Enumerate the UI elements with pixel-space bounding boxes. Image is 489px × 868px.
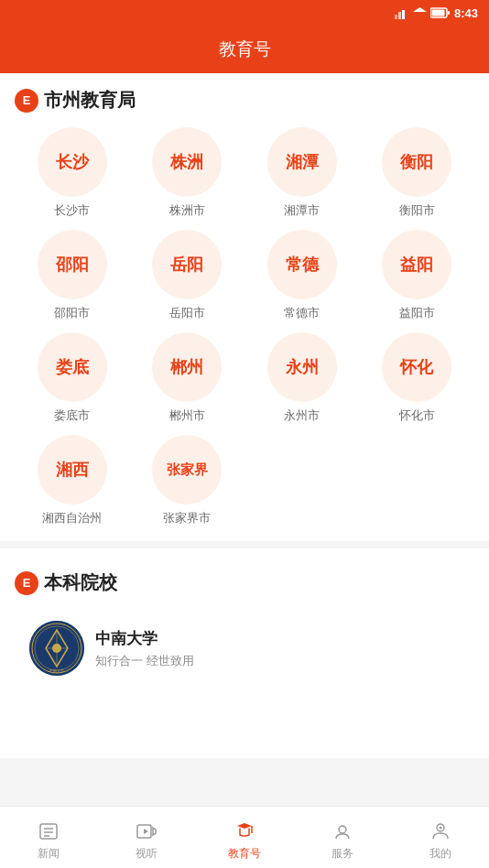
city-label-yueyang: 岳阳市 bbox=[169, 305, 205, 321]
battery-icon bbox=[430, 7, 451, 18]
signal-icon bbox=[395, 7, 409, 19]
svg-marker-3 bbox=[413, 7, 427, 12]
svg-rect-6 bbox=[448, 11, 450, 15]
city-circle-loudi: 娄底 bbox=[38, 332, 107, 402]
city-circle-changsha: 长沙 bbox=[38, 127, 107, 197]
nav-label-video: 视听 bbox=[136, 846, 158, 862]
city-circle-zhuzhou: 株洲 bbox=[152, 127, 222, 197]
wifi-icon bbox=[413, 7, 427, 18]
csu-logo: 中南大学 bbox=[29, 621, 84, 676]
city-label-yongzhou: 永州市 bbox=[284, 407, 320, 424]
city-item-yongzhou[interactable]: 永州 永州市 bbox=[248, 332, 356, 424]
city-circle-yueyang: 岳阳 bbox=[152, 230, 222, 299]
city-item-xiangxi[interactable]: 湘西 湘西自治州 bbox=[18, 435, 126, 526]
city-item-changde[interactable]: 常德 常德市 bbox=[248, 230, 356, 321]
city-item-changsha[interactable]: 长沙 长沙市 bbox=[18, 127, 126, 219]
nav-item-mine[interactable]: 我的 bbox=[391, 814, 489, 862]
city-item-huaihua[interactable]: 怀化 怀化市 bbox=[364, 332, 472, 424]
nav-label-mine: 我的 bbox=[429, 846, 451, 862]
csu-logo-svg: 中南大学 bbox=[29, 621, 84, 676]
city-circle-shaoyang: 邵阳 bbox=[38, 230, 107, 299]
city-circle-xiangxi: 湘西 bbox=[38, 435, 107, 505]
city-item-zhuzhou[interactable]: 株洲 株洲市 bbox=[134, 127, 242, 219]
city-circle-zhangjiajie: 张家界 bbox=[152, 435, 222, 505]
svg-point-25 bbox=[439, 826, 441, 829]
service-icon bbox=[331, 819, 354, 843]
section-divider bbox=[0, 541, 489, 548]
city-label-zhuzhou: 株洲市 bbox=[169, 202, 205, 219]
svg-marker-20 bbox=[153, 828, 156, 835]
nav-label-education: 教育号 bbox=[228, 846, 261, 862]
municipal-section-title: E 市州教育局 bbox=[15, 88, 474, 113]
city-label-changde: 常德市 bbox=[284, 305, 320, 321]
university-section: E 本科院校 中南大学 bbox=[0, 556, 489, 694]
app-header: 教育号 bbox=[0, 26, 489, 73]
municipal-icon: E bbox=[15, 89, 38, 113]
municipal-title-text: 市州教育局 bbox=[44, 88, 136, 113]
svg-rect-2 bbox=[402, 10, 405, 19]
svg-point-13 bbox=[52, 644, 61, 653]
city-item-yueyang[interactable]: 岳阳 岳阳市 bbox=[134, 230, 242, 321]
city-label-chenzhou: 郴州市 bbox=[169, 407, 205, 424]
city-circle-xiangtan: 湘潭 bbox=[267, 127, 337, 197]
city-label-yiyang: 益阳市 bbox=[399, 305, 435, 321]
nav-item-news[interactable]: 新闻 bbox=[0, 814, 98, 862]
time-display: 8:43 bbox=[454, 6, 478, 20]
main-content: E 市州教育局 长沙 长沙市 株洲 株洲市 湘潭 湘潭市 衡阳 衡阳市 bbox=[0, 73, 489, 758]
education-icon bbox=[233, 819, 256, 843]
city-circle-hengyang: 衡阳 bbox=[382, 127, 451, 197]
csu-name: 中南大学 bbox=[95, 628, 460, 649]
mine-icon bbox=[429, 819, 452, 843]
municipal-section: E 市州教育局 长沙 长沙市 株洲 株洲市 湘潭 湘潭市 衡阳 衡阳市 bbox=[0, 73, 489, 534]
city-label-hengyang: 衡阳市 bbox=[399, 202, 435, 219]
svg-text:中南大学: 中南大学 bbox=[49, 668, 64, 673]
nav-item-video[interactable]: 视听 bbox=[98, 814, 196, 862]
city-grid: 长沙 长沙市 株洲 株洲市 湘潭 湘潭市 衡阳 衡阳市 邵阳 邵阳市 岳阳 bbox=[15, 127, 474, 526]
svg-marker-21 bbox=[144, 829, 148, 834]
city-label-xiangtan: 湘潭市 bbox=[284, 202, 320, 219]
city-item-chenzhou[interactable]: 郴州 郴州市 bbox=[134, 332, 242, 424]
city-item-shaoyang[interactable]: 邵阳 邵阳市 bbox=[18, 230, 126, 321]
city-label-changsha: 长沙市 bbox=[54, 202, 90, 219]
city-item-xiangtan[interactable]: 湘潭 湘潭市 bbox=[248, 127, 356, 219]
svg-point-23 bbox=[339, 826, 346, 833]
city-item-zhangjiajie[interactable]: 张家界 张家界市 bbox=[134, 435, 242, 526]
nav-label-service: 服务 bbox=[331, 846, 353, 862]
csu-motto: 知行合一 经世致用 bbox=[95, 653, 460, 669]
university-section-title: E 本科院校 bbox=[15, 570, 474, 595]
city-item-loudi[interactable]: 娄底 娄底市 bbox=[18, 332, 126, 424]
status-icons: 8:43 bbox=[395, 6, 478, 20]
city-label-huaihua: 怀化市 bbox=[399, 407, 435, 424]
city-circle-huaihua: 怀化 bbox=[382, 332, 451, 402]
csu-info: 中南大学 知行合一 经世致用 bbox=[95, 628, 460, 669]
city-item-yiyang[interactable]: 益阳 益阳市 bbox=[364, 230, 472, 321]
city-circle-yiyang: 益阳 bbox=[382, 230, 451, 299]
news-icon bbox=[37, 819, 60, 843]
city-circle-yongzhou: 永州 bbox=[267, 332, 337, 402]
city-label-xiangxi: 湘西自治州 bbox=[42, 510, 102, 526]
video-icon bbox=[135, 819, 158, 843]
city-label-zhangjiajie: 张家界市 bbox=[163, 510, 211, 526]
university-icon: E bbox=[15, 571, 38, 595]
nav-label-news: 新闻 bbox=[38, 846, 60, 862]
status-bar: 8:43 bbox=[0, 0, 489, 26]
svg-rect-1 bbox=[398, 12, 401, 19]
city-label-loudi: 娄底市 bbox=[54, 407, 90, 424]
city-circle-changde: 常德 bbox=[267, 230, 337, 299]
bottom-navigation: 新闻 视听 教育号 服务 bbox=[0, 806, 489, 868]
city-item-hengyang[interactable]: 衡阳 衡阳市 bbox=[364, 127, 472, 219]
svg-rect-5 bbox=[431, 10, 444, 16]
nav-item-service[interactable]: 服务 bbox=[293, 814, 391, 862]
university-item-csu[interactable]: 中南大学 中南大学 知行合一 经世致用 bbox=[15, 610, 474, 687]
university-title-text: 本科院校 bbox=[44, 570, 117, 595]
header-title: 教育号 bbox=[219, 38, 271, 61]
city-circle-chenzhou: 郴州 bbox=[152, 332, 222, 402]
nav-item-education[interactable]: 教育号 bbox=[196, 814, 294, 862]
svg-rect-0 bbox=[395, 15, 397, 19]
city-label-shaoyang: 邵阳市 bbox=[54, 305, 90, 321]
